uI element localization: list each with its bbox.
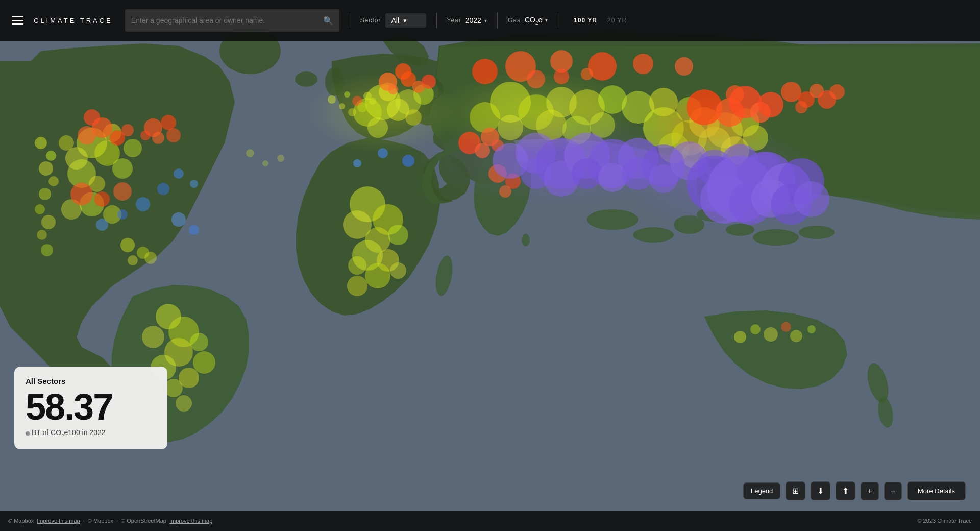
menu-button[interactable] [10, 14, 26, 27]
download-icon: ⬇ [817, 486, 824, 496]
svg-point-48 [365, 263, 390, 288]
svg-point-162 [648, 94, 771, 156]
osm-credit: © OpenStreetMap [121, 518, 166, 524]
gas-value: CO2e [525, 16, 542, 26]
svg-point-191 [750, 324, 761, 334]
svg-point-2 [295, 71, 317, 87]
svg-point-150 [174, 168, 184, 179]
stats-dot-icon [26, 431, 30, 436]
time-20yr-button[interactable]: 20 YR [602, 15, 632, 26]
svg-point-107 [78, 126, 96, 144]
svg-point-180 [144, 252, 157, 264]
svg-point-152 [190, 180, 198, 188]
share-button[interactable]: ⬆ [836, 481, 855, 500]
svg-point-165 [39, 161, 53, 176]
svg-point-201 [348, 108, 356, 116]
stats-unit: BT of CO2e100 in 2022 [26, 428, 153, 438]
gas-filter: Gas CO2e ▾ [508, 16, 548, 26]
svg-point-17 [522, 234, 530, 246]
svg-point-95 [675, 57, 693, 76]
separator-1 [350, 13, 350, 28]
header: CLIMATE TRACE 🔍 Sector All ▾ Year 2022 ▾… [0, 0, 980, 41]
year-label: Year [447, 17, 461, 24]
separator-4 [558, 13, 558, 28]
svg-point-5 [633, 227, 674, 243]
svg-point-167 [39, 188, 51, 200]
sector-label: Sector [360, 17, 381, 24]
svg-point-49 [390, 262, 406, 279]
svg-point-177 [120, 238, 135, 252]
svg-point-10 [799, 226, 835, 239]
svg-point-44 [388, 225, 408, 245]
sector-value: All [391, 16, 400, 25]
svg-point-169 [41, 215, 56, 229]
svg-point-190 [734, 331, 746, 343]
svg-point-53 [142, 326, 164, 348]
svg-point-55 [190, 333, 208, 351]
svg-point-170 [37, 230, 47, 240]
svg-point-164 [46, 151, 56, 161]
svg-point-195 [807, 325, 816, 333]
download-button[interactable]: ⬇ [811, 481, 830, 500]
gas-dropdown[interactable]: CO2e ▾ [525, 16, 548, 26]
svg-point-183 [277, 155, 284, 162]
svg-point-181 [246, 149, 254, 157]
mapbox-credit: © Mapbox [8, 518, 34, 524]
svg-point-200 [339, 103, 345, 109]
search-icon: 🔍 [323, 16, 333, 26]
year-filter: Year 2022 ▾ [447, 16, 487, 25]
svg-point-50 [347, 276, 368, 296]
svg-point-148 [402, 155, 414, 167]
separator-dot-2: · [116, 518, 118, 524]
svg-point-108 [121, 124, 134, 136]
mapbox-credit-2: © Mapbox [88, 518, 113, 524]
svg-point-197 [344, 91, 350, 98]
layers-button[interactable]: ⊞ [786, 481, 805, 500]
separator-3 [497, 13, 498, 28]
stats-unit-text: BT of CO2e100 in 2022 [32, 428, 106, 438]
stats-number: 58.37 [26, 389, 153, 425]
year-value: 2022 [465, 16, 481, 25]
svg-point-194 [790, 330, 802, 342]
stats-sector-label: All Sectors [26, 377, 153, 385]
svg-point-157 [189, 225, 199, 235]
svg-point-153 [136, 197, 150, 211]
svg-point-94 [633, 54, 653, 74]
time-toggle: 100 YR 20 YR [569, 15, 632, 26]
svg-point-203 [369, 98, 376, 105]
svg-point-154 [117, 209, 128, 220]
bottom-bar: © Mapbox Improve this map · © Mapbox · ©… [0, 511, 980, 531]
separator-dot-1: · [83, 518, 85, 524]
svg-point-155 [96, 219, 108, 231]
zoom-in-button[interactable]: + [861, 482, 878, 500]
svg-point-174 [152, 132, 164, 144]
svg-point-111 [94, 191, 110, 207]
svg-point-175 [166, 128, 181, 142]
svg-point-156 [172, 212, 186, 227]
sector-dropdown[interactable]: All ▾ [385, 13, 426, 28]
svg-point-171 [41, 244, 53, 256]
sector-chevron-icon: ▾ [403, 17, 407, 25]
improve-map-link-1[interactable]: Improve this map [37, 518, 80, 524]
more-details-button[interactable]: More Details [907, 481, 966, 500]
logo: CLIMATE TRACE [34, 17, 113, 25]
svg-point-166 [48, 176, 59, 186]
search-input[interactable] [131, 16, 319, 25]
svg-point-33 [112, 158, 133, 179]
separator-2 [436, 13, 437, 28]
svg-point-176 [140, 130, 151, 140]
svg-point-184 [781, 82, 801, 102]
year-dropdown[interactable]: 2022 ▾ [465, 16, 487, 25]
svg-point-151 [157, 183, 169, 195]
legend-button[interactable]: Legend [743, 482, 780, 499]
stats-card: All Sectors 58.37 BT of CO2e100 in 2022 [14, 367, 167, 449]
svg-point-192 [764, 327, 778, 342]
map-controls: Legend ⊞ ⬇ ⬆ + − More Details [743, 481, 966, 500]
sector-filter: Sector All ▾ [360, 13, 426, 28]
svg-point-196 [328, 95, 336, 104]
time-100yr-button[interactable]: 100 YR [569, 15, 602, 26]
improve-map-link-2[interactable]: Improve this map [169, 518, 212, 524]
zoom-out-button[interactable]: − [884, 482, 902, 500]
svg-point-193 [781, 322, 791, 332]
search-container: 🔍 [125, 9, 339, 32]
